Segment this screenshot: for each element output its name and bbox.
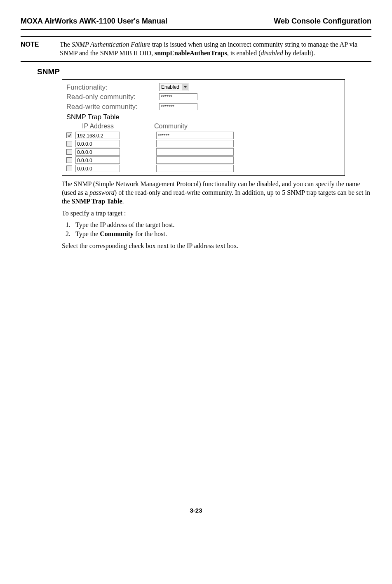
note-text-part: The <box>60 41 72 48</box>
step-1: Type the IP address of the target host. <box>72 221 371 229</box>
read-write-community-label: Read-write community: <box>66 102 159 111</box>
note-text-part: , is enabled ( <box>227 50 261 57</box>
trap-table-headers: IP Address Community <box>66 122 340 131</box>
header-left: MOXA AirWorks AWK-1100 User's Manual <box>21 17 167 26</box>
functionality-select[interactable]: Enabled <box>159 83 188 91</box>
read-write-community-input[interactable]: ******* <box>159 103 197 110</box>
text-part: . <box>122 198 124 205</box>
trap-steps-list: Type the IP address of the target host. … <box>62 221 371 239</box>
header-right: Web Console Configuration <box>274 17 371 26</box>
note-block: NOTE The SNMP Authentication Failure tra… <box>21 36 371 62</box>
text-italic: password <box>89 189 115 196</box>
trap-enable-checkbox[interactable] <box>66 157 72 163</box>
trap-row: 0.0.0.0 <box>66 165 340 172</box>
note-bold: snmpEnableAuthenTraps <box>155 50 227 57</box>
dropdown-caret-icon <box>182 84 188 90</box>
read-only-community-input[interactable]: ****** <box>159 93 197 100</box>
page-header: MOXA AirWorks AWK-1100 User's Manual Web… <box>21 17 371 26</box>
header-rule <box>21 29 371 30</box>
trap-row: 0.0.0.0 <box>66 156 340 164</box>
snmp-trap-table-title: SNMP Trap Table <box>66 113 340 121</box>
trap-community-input[interactable]: ****** <box>156 132 234 139</box>
trap-enable-checkbox[interactable] <box>66 132 72 138</box>
trap-ip-input[interactable]: 0.0.0.0 <box>75 148 120 156</box>
text-bold: Community <box>100 230 134 237</box>
svg-marker-0 <box>184 86 187 88</box>
text-part: for the host. <box>134 230 167 237</box>
trap-ip-input[interactable]: 0.0.0.0 <box>75 165 120 172</box>
snmp-settings-panel: Functionality: Enabled Read-only communi… <box>62 79 345 176</box>
text-part: Type the <box>75 230 100 237</box>
text-bold: SNMP Trap Table <box>72 198 122 205</box>
trap-community-input[interactable] <box>156 140 234 147</box>
note-text: The SNMP Authentication Failure trap is … <box>60 40 371 58</box>
paragraph-snmp-desc: The SNMP (Simple Network Management Prot… <box>62 180 371 206</box>
step-2: Type the Community for the host. <box>72 230 371 239</box>
trap-header-ip: IP Address <box>82 122 154 131</box>
functionality-label: Functionality: <box>66 83 159 92</box>
read-only-community-label: Read-only community: <box>66 92 159 101</box>
trap-enable-checkbox[interactable] <box>66 141 72 147</box>
page-number: 3-23 <box>21 506 371 515</box>
trap-row: 192.168.0.2 ****** <box>66 132 340 139</box>
paragraph-select-checkbox: Select the corresponding check box next … <box>62 242 371 251</box>
section-heading-snmp: SNMP <box>37 67 371 77</box>
trap-community-input[interactable] <box>156 165 234 172</box>
trap-ip-input[interactable]: 0.0.0.0 <box>75 156 120 164</box>
trap-row: 0.0.0.0 <box>66 148 340 156</box>
note-text-part: by default). <box>283 50 315 57</box>
note-italic: disabled <box>261 50 283 57</box>
note-italic: SNMP Authentication Failure <box>72 41 150 48</box>
paragraph-trap-intro: To specify a trap target : <box>62 209 371 218</box>
trap-header-community: Community <box>154 122 188 131</box>
trap-ip-input[interactable]: 0.0.0.0 <box>75 140 120 147</box>
trap-enable-checkbox[interactable] <box>66 166 72 171</box>
functionality-value: Enabled <box>161 84 179 91</box>
trap-community-input[interactable] <box>156 156 234 164</box>
functionality-row: Functionality: Enabled <box>66 83 340 92</box>
trap-row: 0.0.0.0 <box>66 140 340 147</box>
read-only-community-row: Read-only community: ****** <box>66 92 340 101</box>
read-write-community-row: Read-write community: ******* <box>66 102 340 111</box>
trap-ip-input[interactable]: 192.168.0.2 <box>75 132 120 139</box>
trap-community-input[interactable] <box>156 148 234 156</box>
note-label: NOTE <box>21 40 60 58</box>
trap-enable-checkbox[interactable] <box>66 149 72 155</box>
